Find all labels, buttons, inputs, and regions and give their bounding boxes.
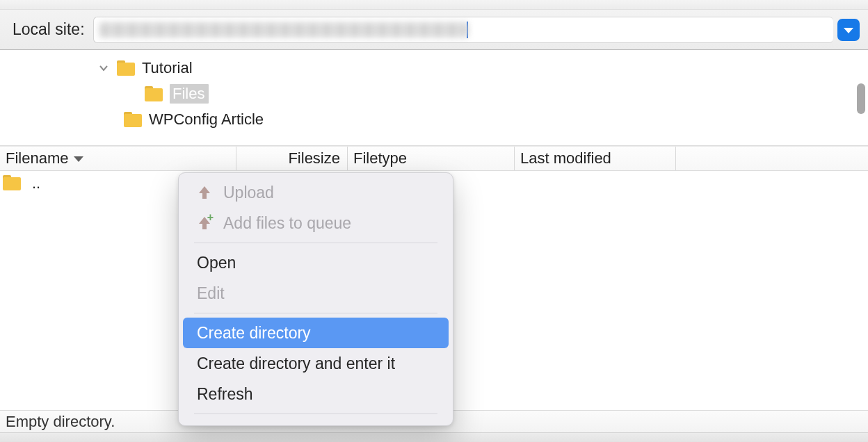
window-bottom-border [0,432,868,442]
menu-item-label: Create directory and enter it [197,354,395,373]
menu-item-upload: Upload [183,177,449,208]
tree-item-label: WPConfig Article [149,110,264,129]
column-label: Filetype [353,149,407,167]
menu-item-label: Add files to queue [223,214,351,233]
menu-item-add-to-queue: + Add files to queue [183,208,449,238]
chevron-down-icon [843,21,854,39]
tree-item[interactable]: To Sort [0,50,868,55]
tree-item[interactable]: WPConfig Article [0,106,868,132]
column-label: Filename [6,149,68,167]
directory-tree[interactable]: To Sort Tutorial Files WPConfig Article [0,50,868,146]
parent-dir-label: .. [32,174,40,193]
menu-item-label: Open [197,254,236,272]
column-header-filesize[interactable]: Filesize [236,147,348,170]
column-label: Filesize [288,149,340,167]
tree-item-label: Tutorial [142,59,193,77]
folder-icon [124,112,142,127]
tree-item-label: To Sort [142,50,191,51]
column-header-filetype[interactable]: Filetype [348,147,515,170]
column-header-filename[interactable]: Filename [0,147,236,170]
upload-icon [197,185,212,200]
local-site-pathbar: Local site: [0,10,868,50]
chevron-down-icon[interactable] [97,62,110,74]
menu-item-edit: Edit [183,278,449,309]
menu-item-open[interactable]: Open [183,247,449,278]
context-menu: Upload + Add files to queue Open Edit Cr… [178,172,453,426]
folder-icon [117,60,135,76]
menu-separator [194,313,437,313]
path-dropdown-button[interactable] [837,19,860,41]
status-text: Empty directory. [6,413,115,431]
menu-separator [194,243,437,243]
tree-item-label: Files [170,84,209,104]
upload-plus-icon: + [197,215,212,231]
menu-item-create-directory-enter[interactable]: Create directory and enter it [183,348,449,379]
local-site-path-combo[interactable] [93,16,860,44]
folder-icon [145,86,163,101]
column-header-lastmodified[interactable]: Last modified [515,147,676,170]
local-site-path-input[interactable] [93,17,833,43]
folder-icon [3,175,24,192]
menu-item-label: Upload [223,183,274,202]
menu-item-create-directory[interactable]: Create directory [183,318,449,348]
filelist-columns-header: Filename Filesize Filetype Last modified [0,146,868,171]
menu-item-label: Create directory [197,324,311,343]
sort-descending-icon [72,154,85,163]
tree-scrollbar[interactable] [857,83,865,114]
menu-separator [194,414,437,414]
column-label: Last modified [520,149,611,167]
local-pane-window: Local site: To Sort [0,0,868,442]
window-top-border [0,0,868,10]
tree-item[interactable]: Tutorial [0,55,868,81]
tree-item-selected[interactable]: Files [0,81,868,106]
menu-item-refresh[interactable]: Refresh [183,379,449,409]
menu-item-label: Refresh [197,385,253,404]
local-site-label: Local site: [13,20,85,39]
menu-item-label: Edit [197,284,225,303]
local-site-path-blurred [99,22,468,38]
